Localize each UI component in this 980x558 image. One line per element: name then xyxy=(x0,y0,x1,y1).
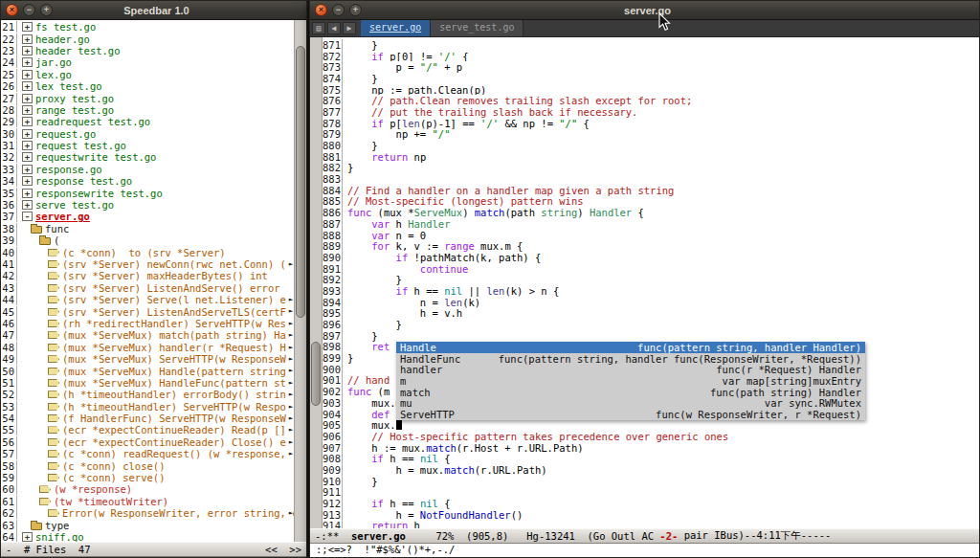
completion-item[interactable]: handlerfunc(r *Request) Handler xyxy=(396,364,865,375)
speedbar-item-label[interactable]: (mux *ServeMux) match(path string) Ha xyxy=(62,329,286,341)
speedbar-item-label[interactable]: fs_test.go xyxy=(35,21,96,33)
maximize-button[interactable]: + xyxy=(349,4,362,16)
speedbar-item-label[interactable]: lex_test.go xyxy=(35,80,102,92)
speedbar-item-label[interactable]: header.go xyxy=(35,33,90,45)
code-area[interactable]: 871 }872 if p[0] != '/' {873 p = "/" + p… xyxy=(323,37,979,528)
folder-icon[interactable] xyxy=(39,237,51,245)
tag-icon[interactable] xyxy=(48,260,59,268)
plus-icon[interactable]: + xyxy=(22,117,33,126)
folder-icon[interactable] xyxy=(31,226,42,234)
plus-icon[interactable]: + xyxy=(22,129,33,139)
tag-icon[interactable] xyxy=(48,368,59,375)
speedbar-item-label[interactable]: jar.go xyxy=(35,56,72,68)
tag-icon[interactable] xyxy=(48,414,59,422)
speedbar-item-label[interactable]: (c *conn) close() xyxy=(62,460,165,472)
speedbar-item-label[interactable]: header_test.go xyxy=(35,45,121,56)
plus-icon[interactable]: + xyxy=(22,94,33,103)
speedbar-titlebar[interactable]: × − + Speedbar 1.0 xyxy=(1,1,306,20)
minus-icon[interactable]: - xyxy=(22,212,33,221)
speedbar-item-label[interactable]: proxy_test.go xyxy=(35,93,114,104)
plus-icon[interactable]: + xyxy=(22,46,33,56)
plus-icon[interactable]: + xyxy=(22,57,33,67)
tab-server-go[interactable]: server.go xyxy=(361,20,431,36)
maximize-button[interactable]: + xyxy=(40,4,53,16)
speedbar-item-label[interactable]: (ecr *expectContinueReader) Close() e xyxy=(62,436,286,448)
speedbar-item-label[interactable]: (rh *redirectHandler) ServeHTTP(w Res xyxy=(62,318,286,329)
close-button[interactable]: × xyxy=(6,4,18,16)
minimize-button[interactable]: − xyxy=(23,4,35,16)
plus-icon[interactable]: + xyxy=(22,200,33,210)
speedbar-item-label[interactable]: lex.go xyxy=(35,69,72,80)
speedbar-item-label[interactable]: responsewrite_test.go xyxy=(35,188,163,199)
speedbar-item-label[interactable]: (f HandlerFunc) ServeHTTP(w ResponseW xyxy=(62,413,286,424)
speedbar-item-label[interactable]: func xyxy=(45,223,69,234)
folder-icon[interactable] xyxy=(31,523,42,530)
tag-icon[interactable] xyxy=(48,249,59,257)
speedbar-item-label[interactable]: range_test.go xyxy=(35,104,114,116)
speedbar-item-label[interactable]: sniff.go xyxy=(35,531,84,542)
tag-icon[interactable] xyxy=(48,509,59,517)
tag-icon[interactable] xyxy=(48,450,59,458)
speedbar-item-label[interactable]: request.go xyxy=(35,128,96,140)
speedbar-item-label[interactable]: Error(w ResponseWriter, error string, c xyxy=(62,507,294,519)
tag-icon[interactable] xyxy=(39,498,51,505)
tag-icon[interactable] xyxy=(48,331,59,339)
plus-icon[interactable]: + xyxy=(22,34,33,44)
speedbar-modeline-nav[interactable]: << >> xyxy=(265,544,301,555)
speedbar-item-label[interactable]: (ecr *expectContinueReader) Read(p [] xyxy=(62,424,286,435)
tag-icon[interactable] xyxy=(48,426,59,434)
speedbar-item-label[interactable]: (mux *ServeMux) Handle(pattern string xyxy=(62,366,286,377)
speedbar-item-label[interactable]: (mux *ServeMux) ServeHTTP(w ResponseW xyxy=(62,353,286,365)
tag-icon[interactable] xyxy=(48,272,59,279)
plus-icon[interactable]: + xyxy=(22,532,33,542)
speedbar-item-label[interactable]: (srv *Server) maxHeaderBytes() int xyxy=(62,270,268,281)
tag-icon[interactable] xyxy=(48,355,59,363)
completion-item[interactable]: ServeHTTPfunc(w ResponseWriter, r *Reque… xyxy=(396,409,865,420)
tag-icon[interactable] xyxy=(48,379,59,387)
speedbar-item-label[interactable]: (mux *ServeMux) HandleFunc(pattern st xyxy=(62,377,286,389)
tag-icon[interactable] xyxy=(48,320,59,327)
speedbar-item-label[interactable]: (mux *ServeMux) handler(r *Request) H xyxy=(62,342,286,353)
tag-icon[interactable] xyxy=(48,403,59,411)
speedbar-item-label[interactable]: (srv *Server) ListenAndServe() error xyxy=(62,282,280,294)
tag-icon[interactable] xyxy=(48,284,59,292)
tag-icon[interactable] xyxy=(39,485,51,493)
tag-icon[interactable] xyxy=(48,474,59,481)
tag-icon[interactable] xyxy=(48,296,59,303)
speedbar-item-label[interactable]: server.go xyxy=(35,211,90,222)
tag-icon[interactable] xyxy=(48,308,59,316)
speedbar-item-label[interactable]: (h *timeoutHandler) errorBody() strin xyxy=(62,389,286,400)
completion-item[interactable]: mvar map[string]muxEntry xyxy=(396,375,865,387)
plus-icon[interactable]: + xyxy=(22,189,33,198)
plus-icon[interactable]: + xyxy=(22,176,33,186)
speedbar-item-label[interactable]: (c *conn) serve() xyxy=(62,472,165,483)
tabbar-list-button[interactable]: ▤ xyxy=(312,22,325,34)
plus-icon[interactable]: + xyxy=(22,22,33,32)
speedbar-item-label[interactable]: requestwrite_test.go xyxy=(35,151,156,163)
speedbar-item-label[interactable]: (srv *Server) ListenAndServeTLS(certF xyxy=(62,306,286,318)
tag-icon[interactable] xyxy=(48,391,59,398)
tabbar-back-button[interactable]: ◀ xyxy=(327,22,341,34)
speedbar-item-label[interactable]: type xyxy=(45,520,69,531)
tag-icon[interactable] xyxy=(48,438,59,446)
completion-item[interactable]: Handlefunc(pattern string, handler Handl… xyxy=(396,342,865,353)
completion-item[interactable]: HandleFuncfunc(pattern string, handler f… xyxy=(396,353,865,365)
speedbar-item-label[interactable]: (c *conn) readRequest() (w *response, xyxy=(62,448,286,459)
plus-icon[interactable]: + xyxy=(22,165,33,174)
scrollbar-thumb[interactable] xyxy=(296,46,305,317)
speedbar-item-label[interactable]: readrequest_test.go xyxy=(35,116,150,127)
speedbar-item-label[interactable]: request_test.go xyxy=(35,140,126,151)
plus-icon[interactable]: + xyxy=(22,105,33,115)
speedbar-item-label[interactable]: (c *conn) to (srv *Server) xyxy=(62,247,226,258)
plus-icon[interactable]: + xyxy=(22,81,33,91)
tab-serve_test-go[interactable]: serve_test.go xyxy=(431,20,523,36)
editor-titlebar[interactable]: × − + server.go xyxy=(310,1,979,20)
plus-icon[interactable]: + xyxy=(22,141,33,150)
tabbar-forward-button[interactable]: ▶ xyxy=(343,22,356,34)
speedbar-item-label[interactable]: response.go xyxy=(35,164,102,175)
plus-icon[interactable]: + xyxy=(22,152,33,162)
speedbar-item-label[interactable]: (tw *timeoutWriter) xyxy=(54,496,168,507)
speedbar-item-label[interactable]: serve_test.go xyxy=(35,199,114,211)
scrollbar-thumb[interactable] xyxy=(311,342,321,406)
speedbar-scrollbar[interactable] xyxy=(294,20,306,542)
